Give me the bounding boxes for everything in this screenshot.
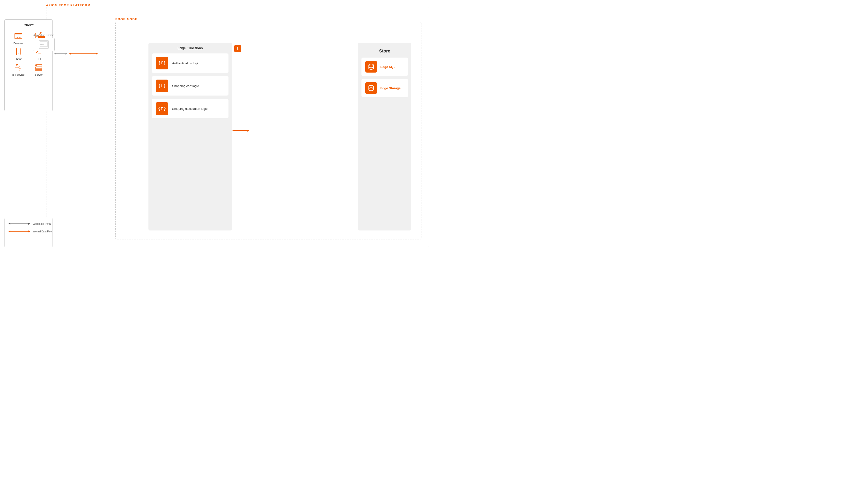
svg-marker-38 [9,223,10,225]
function-card-auth: {f} Authentication logic [152,53,228,73]
edge-platform-box: EDGE NODE 2 Edge Functions {f} Authentic… [46,7,429,247]
svg-marker-33 [65,53,68,55]
client-icon-phone: Phone [9,47,27,61]
edge-functions-box: Edge Functions {f} Authentication logic … [148,43,232,230]
edge-node-box: 2 Edge Functions {f} Authentication logi… [115,22,421,239]
arrow-functions-to-store [232,128,249,133]
client-icon-browser: www Browser [9,31,27,45]
client-box: Client www Browser API API [4,19,53,111]
svg-marker-42 [28,230,30,233]
legend-flow-label: Internal Data Flow [33,230,52,233]
function-label-auth: Authentication logic [172,61,199,65]
svg-line-20 [19,66,20,67]
function-icon-shipping: {f} [156,102,168,115]
svg-marker-39 [28,223,30,225]
svg-marker-36 [96,53,98,55]
function-card-shipping: {f} Shipping calculation logic [152,99,228,118]
svg-marker-35 [69,53,71,55]
client-label-iot: IoT device [12,73,25,76]
svg-point-0 [369,64,374,66]
legend-traffic-label: Legitimate Traffic [33,223,51,225]
client-icon-server: Server [30,63,48,76]
edge-functions-title: Edge Functions [152,46,228,50]
svg-point-19 [17,64,18,65]
badge-3: 3 [234,45,241,52]
store-label-storage: Edge Storage [380,86,401,90]
client-icon-iot: IoT device [9,63,27,76]
svg-line-22 [19,70,20,71]
legend-box: Legitimate Traffic Internal Data Flow [4,218,53,247]
store-icon-sql [365,61,377,73]
function-icon-cart: {f} [156,80,168,92]
function-label-shipping: Shipping calculation logic [172,107,207,111]
arrow-client-to-domain [54,52,68,55]
store-card-storage: Edge Storage [361,79,408,97]
store-label-sql: Edge SQL [380,65,395,69]
main-title: AZION EDGE PLATFORM [46,3,91,7]
svg-marker-32 [54,53,56,55]
client-label-server: Server [35,73,43,76]
client-label-browser: Browser [13,42,23,45]
store-title: Store [379,49,390,54]
client-title: Client [4,23,52,27]
svg-marker-41 [9,230,10,233]
app-domain-inner: www [33,38,55,51]
legend-item-flow: Internal Data Flow [9,229,49,233]
svg-point-1 [369,85,374,87]
function-card-cart: {f} Shopping cart logic [152,76,228,95]
svg-marker-3 [232,130,234,132]
edge-node-label: EDGE NODE [115,18,137,21]
svg-marker-4 [247,130,249,132]
function-label-cart: Shopping cart logic [172,84,199,88]
app-domain-box: Application Domain www [33,34,55,51]
client-label-cli: CLI [37,58,41,61]
function-icon-auth: {f} [156,57,168,69]
svg-text:www: www [16,36,21,38]
app-domain-label: Application Domain [33,34,55,37]
store-box: Store Edge SQL [358,43,411,230]
svg-text:www: www [40,43,44,45]
legend-item-traffic: Legitimate Traffic [9,222,49,226]
store-card-sql: Edge SQL [361,58,408,76]
svg-point-14 [18,54,19,54]
client-label-phone: Phone [14,58,22,61]
store-icon-storage [365,82,377,94]
svg-rect-17 [15,67,19,70]
svg-rect-25 [35,69,42,71]
arrow-domain-to-edge [69,52,98,55]
